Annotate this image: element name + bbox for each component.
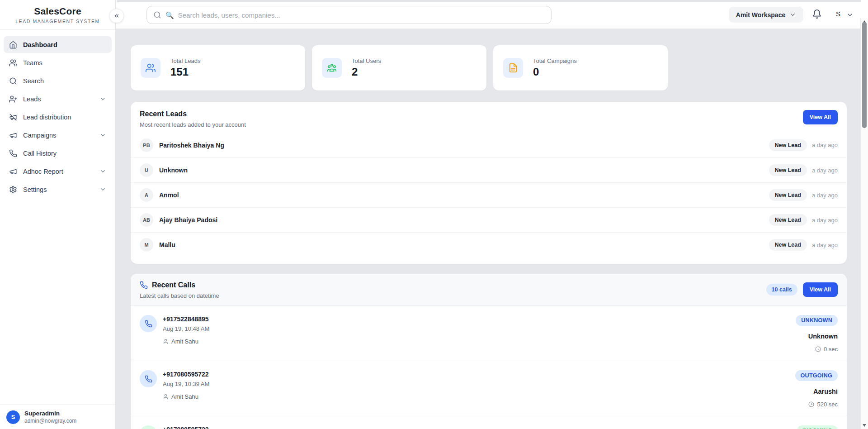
sidebar-item-label: Call History — [23, 150, 57, 157]
stat-label: Total Leads — [170, 57, 201, 64]
call-number: +917080595722 — [163, 425, 209, 429]
call-row[interactable]: +917080595722 Aug 19, 10:39 AM Amit Sahu… — [131, 361, 847, 416]
sidebar-item-label: Campaigns — [23, 132, 56, 139]
recent-calls-list: +917522848895 Aug 19, 10:48 AM Amit Sahu… — [131, 306, 847, 429]
lead-row[interactable]: PB Paritoshek Bhaiya Ng New Lead a day a… — [131, 133, 847, 157]
sidebar-header: SalesCore LEAD MANAGEMENT SYSTEM — [0, 0, 115, 30]
app-name: SalesCore — [5, 6, 111, 17]
recent-leads-list: PB Paritoshek Bhaiya Ng New Lead a day a… — [131, 133, 847, 257]
sidebar-item[interactable]: Search — [4, 72, 112, 89]
recent-calls-subtitle: Latest calls based on datetime — [140, 292, 219, 299]
lead-time: a day ago — [812, 217, 838, 224]
sidebar-item-label: Search — [23, 77, 44, 85]
lead-avatar: PB — [140, 138, 153, 152]
sidebar: SalesCore LEAD MANAGEMENT SYSTEM Dashboa… — [0, 0, 116, 429]
chevron-down-icon — [99, 168, 106, 175]
magnifier-cursor: 🔍 — [165, 12, 174, 19]
lead-name: Paritoshek Bhaiya Ng — [159, 142, 224, 149]
user-menu-initial[interactable]: S — [836, 10, 840, 18]
lead-row[interactable]: M Mallu New Lead a day ago — [131, 232, 847, 257]
user-menu-chevron[interactable] — [846, 11, 854, 19]
notifications-button[interactable] — [812, 9, 822, 19]
view-all-leads-button[interactable]: View All — [803, 110, 838, 124]
stat-value: 2 — [352, 66, 381, 78]
gear-icon — [9, 186, 17, 194]
recent-calls-title: Recent Calls — [152, 281, 195, 289]
stat-card: Total Leads 151 — [131, 45, 305, 91]
stat-card: Total Campaigns 0 — [493, 45, 668, 91]
home-icon — [9, 41, 17, 49]
lead-name: Mallu — [159, 241, 175, 248]
users-icon — [146, 63, 156, 73]
chevron-down-icon — [789, 11, 796, 18]
lead-row[interactable]: AB Ajay Bhaiya Padosi New Lead a day ago — [131, 207, 847, 232]
recent-calls-card: Recent Calls Latest calls based on datet… — [131, 274, 847, 429]
phone-icon — [9, 149, 17, 157]
call-number: +917080595722 — [163, 370, 209, 379]
lead-avatar: M — [140, 238, 153, 252]
sidebar-item[interactable]: Call History — [4, 145, 112, 162]
scrollbar-down-arrow[interactable] — [863, 424, 866, 427]
phone-icon — [145, 320, 152, 328]
view-all-calls-button[interactable]: View All — [803, 282, 838, 297]
sidebar-item[interactable]: Lead distribution — [4, 109, 112, 125]
sidebar-nav: Dashboard Teams Search Leads Lead distri… — [0, 30, 115, 405]
lead-row[interactable]: U Unknown New Lead a day ago — [131, 157, 847, 182]
sidebar-item[interactable]: Leads — [4, 91, 112, 107]
sidebar-item[interactable]: Campaigns — [4, 127, 112, 143]
clock-icon — [808, 401, 814, 407]
lead-row[interactable]: A Anmol New Lead a day ago — [131, 182, 847, 207]
profile-email: admin@nowgray.com — [24, 418, 76, 424]
search-input[interactable] — [178, 11, 545, 19]
lead-name: Anmol — [159, 191, 179, 199]
users-group-icon — [327, 63, 337, 73]
chevron-down-icon — [99, 186, 106, 193]
sidebar-item-label: Leads — [23, 95, 41, 103]
sidebar-item-label: Settings — [23, 186, 47, 193]
call-direction-badge: INCOMING — [797, 425, 838, 429]
global-search[interactable]: 🔍 — [146, 6, 552, 24]
recent-leads-card: Recent Leads Most recent leads added to … — [131, 102, 847, 264]
sidebar-item-label: Adhoc Report — [23, 168, 63, 175]
file-text-icon — [508, 63, 518, 73]
workspace-selector[interactable]: Amit Workspace — [729, 7, 803, 23]
sidebar-collapse-button[interactable] — [109, 9, 124, 23]
profile-name: Superadmin — [24, 410, 76, 417]
stat-label: Total Campaigns — [533, 57, 577, 64]
lead-time: a day ago — [812, 192, 838, 199]
call-duration: 0 sec — [815, 346, 838, 353]
chevrons-left-icon — [113, 13, 120, 19]
call-row[interactable]: +917080595722 Aug 19, 10:3 INCOMING — [131, 416, 847, 429]
lead-name: Ajay Bhaiya Padosi — [159, 216, 217, 224]
phone-icon — [145, 375, 152, 383]
user-icon — [163, 338, 169, 344]
call-row[interactable]: +917522848895 Aug 19, 10:48 AM Amit Sahu… — [131, 306, 847, 361]
sidebar-item[interactable]: Teams — [4, 54, 112, 71]
call-direction-badge: OUTGOING — [795, 370, 838, 381]
chevron-down-icon — [99, 132, 106, 138]
lead-status-badge: New Lead — [769, 139, 807, 151]
stat-value: 0 — [533, 66, 577, 78]
stat-value: 151 — [170, 66, 201, 78]
chevron-down-icon — [99, 95, 106, 102]
call-agent: Amit Sahu — [163, 338, 209, 345]
sidebar-item[interactable]: Dashboard — [4, 36, 112, 53]
megaphone-off-icon — [9, 113, 17, 121]
lead-status-badge: New Lead — [769, 239, 807, 251]
sidebar-profile[interactable]: S Superadmin admin@nowgray.com — [0, 405, 115, 429]
call-duration: 520 sec — [808, 401, 838, 408]
call-datetime: Aug 19, 10:39 AM — [163, 381, 209, 387]
stat-card: Total Users 2 — [312, 45, 486, 91]
lead-time: a day ago — [812, 142, 838, 148]
sidebar-item[interactable]: Settings — [4, 181, 112, 198]
lead-avatar: A — [140, 188, 153, 202]
call-direction-badge: UNKNOWN — [796, 315, 838, 326]
lead-avatar: AB — [140, 213, 153, 227]
megaphone-icon — [9, 167, 17, 176]
recent-leads-title: Recent Leads — [140, 110, 246, 118]
sidebar-item[interactable]: Adhoc Report — [4, 163, 112, 180]
call-agent: Amit Sahu — [163, 393, 209, 400]
lead-time: a day ago — [812, 242, 838, 248]
app-tagline: LEAD MANAGEMENT SYSTEM — [5, 19, 111, 24]
scrollbar-thumb[interactable] — [862, 22, 867, 128]
